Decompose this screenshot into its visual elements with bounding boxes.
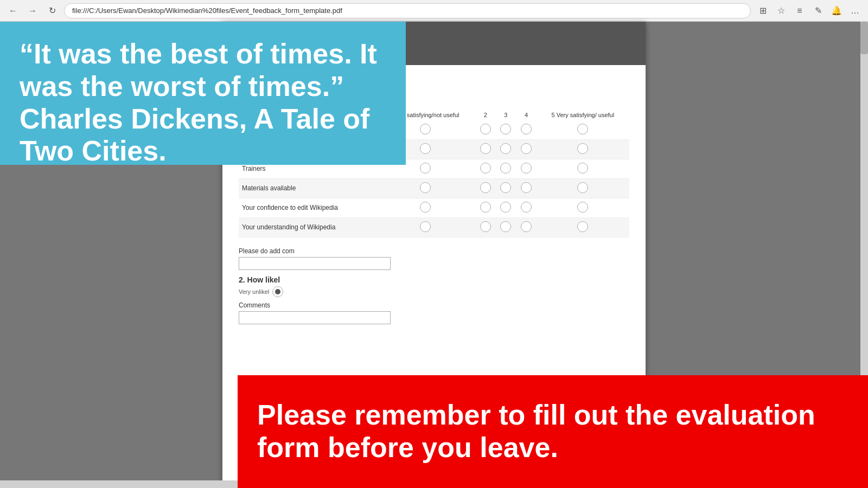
- row-label-5: Your understanding of Wikipedia: [239, 217, 375, 237]
- hamburger-menu-button[interactable]: ≡: [792, 3, 807, 18]
- reminder-text: Please remember to fill out the evaluati…: [257, 399, 848, 464]
- comment-label: Please do add com: [239, 247, 295, 255]
- main-content-area: shops better, s e your thoughts with * 1…: [0, 22, 868, 488]
- radio-row0-col3[interactable]: [516, 120, 537, 140]
- radio-row4-col0[interactable]: [375, 198, 475, 217]
- comments-input[interactable]: [239, 311, 391, 324]
- col-header-3: 3: [496, 110, 516, 120]
- forward-button[interactable]: →: [25, 3, 40, 18]
- q2-scale-label: Very unlikel: [239, 288, 269, 295]
- comments-label: Comments: [239, 301, 270, 309]
- bookmark-button[interactable]: ☆: [774, 3, 789, 18]
- q2-scale: Very unlikel: [239, 286, 629, 297]
- radio-row2-col1[interactable]: [475, 159, 496, 178]
- radio-row1-col1[interactable]: [475, 139, 496, 159]
- radio-row2-col4[interactable]: [537, 159, 629, 178]
- radio-row3-col3[interactable]: [516, 178, 537, 198]
- radio-row4-col4[interactable]: [537, 198, 629, 217]
- radio-row5-col4[interactable]: [537, 217, 629, 237]
- radio-row1-col3[interactable]: [516, 139, 537, 159]
- question-2-title: 2. How likel: [239, 275, 629, 284]
- q2-radio-1[interactable]: [272, 286, 283, 297]
- row-label-3: Materials available: [239, 178, 375, 198]
- col-header-4: 4: [516, 110, 537, 120]
- back-button[interactable]: ←: [5, 3, 21, 18]
- radio-row2-col2[interactable]: [496, 159, 516, 178]
- browser-action-buttons: ⊞ ☆ ≡ ✎ 🔔 …: [755, 3, 863, 18]
- radio-row3-col1[interactable]: [475, 178, 496, 198]
- annotate-button[interactable]: ✎: [810, 3, 826, 18]
- row-label-4: Your confidence to edit Wikipedia: [239, 198, 375, 217]
- address-bar[interactable]: file:///C:/Users/Ewan/Desktop/Wikimedian…: [64, 3, 751, 18]
- radio-row2-col3[interactable]: [516, 159, 537, 178]
- question-2-section: 2. How likel Very unlikel: [222, 273, 646, 299]
- radio-row5-col1[interactable]: [475, 217, 496, 237]
- refresh-button[interactable]: ↻: [44, 3, 60, 18]
- radio-row4-col1[interactable]: [475, 198, 496, 217]
- radio-row1-col2[interactable]: [496, 139, 516, 159]
- radio-row4-col2[interactable]: [496, 198, 516, 217]
- comments-section: Comments: [222, 299, 646, 326]
- reader-view-button[interactable]: ⊞: [755, 3, 770, 18]
- radio-row0-col4[interactable]: [537, 120, 629, 140]
- radio-row3-col4[interactable]: [537, 178, 629, 198]
- radio-row5-col2[interactable]: [496, 217, 516, 237]
- radio-row4-col3[interactable]: [516, 198, 537, 217]
- radio-row0-col2[interactable]: [496, 120, 516, 140]
- radio-row5-col0[interactable]: [375, 217, 475, 237]
- radio-row3-col0[interactable]: [375, 178, 475, 198]
- radio-row3-col2[interactable]: [496, 178, 516, 198]
- vertical-scrollbar-thumb[interactable]: [860, 22, 868, 54]
- radio-row5-col3[interactable]: [516, 217, 537, 237]
- quote-banner: “It was the best of times. It was the wo…: [0, 22, 406, 165]
- radio-row0-col1[interactable]: [475, 120, 496, 140]
- comment-section: Please do add com: [222, 243, 646, 273]
- url-text: file:///C:/Users/Ewan/Desktop/Wikimedian…: [72, 7, 342, 15]
- col-header-2: 2: [475, 110, 496, 120]
- radio-row1-col4[interactable]: [537, 139, 629, 159]
- comment-input[interactable]: [239, 257, 391, 270]
- more-options-button[interactable]: …: [847, 3, 863, 18]
- browser-toolbar: ← → ↻ file:///C:/Users/Ewan/Desktop/Wiki…: [0, 0, 868, 22]
- col-header-5: 5 Very satisfying/ useful: [537, 110, 629, 120]
- reminder-banner: Please remember to fill out the evaluati…: [238, 375, 868, 488]
- quote-text: “It was the best of times. It was the wo…: [20, 38, 386, 168]
- notifications-button[interactable]: 🔔: [829, 3, 844, 18]
